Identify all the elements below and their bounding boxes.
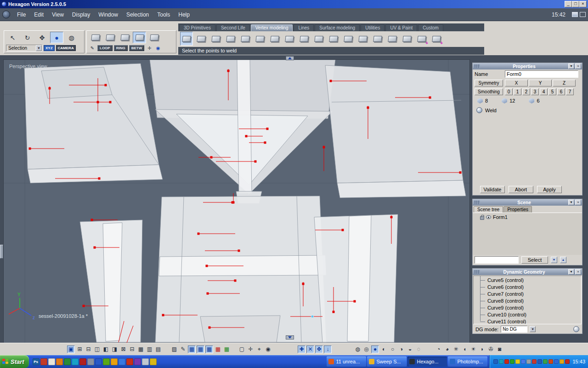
layout-three-right[interactable]: ◨ (111, 345, 119, 353)
smoothing-level-button[interactable]: 3 (531, 88, 539, 95)
extract-around-tool[interactable] (268, 32, 281, 46)
layout-three-left[interactable]: ◧ (102, 345, 110, 353)
layout-two-vertical[interactable]: ◫ (93, 345, 101, 353)
name-input[interactable] (505, 70, 578, 78)
target-weld-tool[interactable] (209, 32, 222, 46)
ribbon-tab[interactable]: Surface modeling (315, 24, 360, 31)
select-loop-mode[interactable] (147, 32, 161, 43)
dg-curve-item[interactable]: Curve10 (control) (474, 311, 581, 318)
menu-item[interactable]: Selection (122, 10, 153, 19)
drop-selection-icon[interactable]: ↓ (324, 345, 332, 353)
dg-curve-item[interactable]: Curve5 (control) (474, 277, 581, 284)
ribbon-tab[interactable]: UV & Paint (385, 24, 417, 31)
symmetry-button[interactable]: Symmetry (475, 80, 503, 86)
layout-two-horizontal[interactable]: ⊟ (85, 345, 92, 353)
marquee-select-icon[interactable]: ▢ (238, 345, 246, 353)
select-up-icon[interactable]: ▲ (560, 257, 566, 263)
symmetry-axis-button[interactable]: X (505, 80, 528, 86)
smoothing-level-button[interactable]: 2 (522, 88, 530, 95)
weld-indicator[interactable]: Weld (473, 105, 582, 115)
shading-points-icon[interactable]: ◌ (415, 345, 423, 353)
scene-select-button[interactable]: Select (521, 256, 548, 264)
camera-icon[interactable]: ✇ (487, 345, 495, 353)
shading-ghost-icon[interactable]: ◑ (397, 345, 405, 353)
tray-icon-2[interactable] (499, 359, 503, 364)
snap-point-icon[interactable]: ✛ (247, 345, 254, 353)
selection-mode-dropdown[interactable]: Selection ▼ (6, 45, 42, 52)
wireframe-overlay-icon[interactable]: ◗ (478, 345, 486, 353)
grow-selection-icon[interactable]: ✛ (146, 45, 153, 51)
select-points-mode[interactable] (89, 32, 102, 43)
layout-columns[interactable]: ▥ (146, 345, 153, 353)
paint-brush-icon[interactable]: ✎ (179, 345, 187, 353)
between-button[interactable]: BETW (129, 45, 145, 51)
tray-icon-8[interactable] (532, 359, 537, 364)
ribbon-tab[interactable]: Utilities (361, 24, 384, 31)
bridge-tool[interactable] (327, 32, 340, 46)
smoothing-level-button[interactable]: 5 (548, 88, 556, 95)
zoom-tool-icon[interactable]: ⌖ (255, 345, 263, 353)
workspace-minimize-icon[interactable] (572, 12, 578, 17)
extract-along-tool[interactable] (283, 32, 296, 46)
add-points-tool[interactable]: + (415, 32, 428, 46)
rotate-camera-tool[interactable]: ↻ (21, 32, 34, 43)
symmetry-tool[interactable] (401, 32, 413, 46)
smooth-preview-icon[interactable]: ◔ (435, 345, 442, 353)
panel-close-icon[interactable]: × (575, 63, 581, 69)
tray-icon-12[interactable] (554, 359, 559, 364)
quicklaunch-icon-9[interactable] (95, 358, 102, 365)
ghost-mode-tool[interactable]: ◍ (65, 32, 78, 43)
scene-tab[interactable]: Properties (503, 206, 532, 213)
panel-menu-icon[interactable]: ▼ (568, 200, 574, 205)
quicklaunch-icon-4[interactable] (56, 358, 63, 365)
soft-selection-tool[interactable]: ● (50, 32, 63, 43)
taskbar-window-button[interactable]: Hexago... (407, 356, 447, 367)
ring-button[interactable]: RING (114, 45, 128, 51)
symmetry-axis-button[interactable]: Y (529, 80, 552, 86)
quicklaunch-photoshop[interactable]: Ps (33, 358, 40, 365)
pan-camera-tool[interactable]: ✥ (35, 32, 49, 43)
subd-preview-icon[interactable]: ◕ (443, 345, 451, 353)
ribbon-tab[interactable]: Custom (418, 24, 443, 31)
select-faces-mode[interactable] (118, 32, 131, 43)
select-object-mode[interactable] (133, 32, 146, 43)
smoothing-level-button[interactable]: 0 (505, 88, 513, 95)
visibility-eye-icon[interactable] (486, 215, 491, 219)
tray-icon-6[interactable] (521, 359, 526, 364)
shading-textured-icon[interactable]: ○ (389, 345, 396, 353)
taskbar-window-button[interactable]: Sweep S... (367, 356, 407, 367)
menu-item[interactable]: View (48, 10, 68, 19)
quicklaunch-icon-15[interactable] (142, 358, 149, 365)
panel-action-button[interactable]: Apply (537, 186, 562, 193)
add-selection-icon[interactable]: ✚ (298, 345, 305, 353)
shading-smooth-icon[interactable]: ◐ (380, 345, 388, 353)
quicklaunch-icon-8[interactable] (87, 358, 94, 365)
smoothing-level-button[interactable]: 6 (557, 88, 565, 95)
smoothing-button[interactable]: Smoothing (475, 88, 503, 95)
tray-icon-11[interactable] (548, 359, 553, 364)
menu-item[interactable]: Display (68, 10, 94, 19)
dg-mode-dropdown-icon[interactable]: ▼ (530, 326, 536, 332)
visible-only-icon[interactable]: ◉ (154, 45, 162, 51)
tray-icon-7[interactable] (526, 359, 531, 364)
scene-panel-header[interactable]: Scene ▼ × (473, 199, 582, 206)
snapshot-icon[interactable]: ◙ (496, 345, 503, 353)
cut-selection-icon[interactable]: ✕ (306, 345, 314, 353)
taskbar-window-button[interactable]: 11 unrea... (327, 356, 366, 367)
panel-close-icon[interactable]: × (575, 269, 581, 275)
weld-points-tool[interactable] (180, 32, 193, 46)
panel-splitter-handle[interactable] (0, 245, 3, 259)
tray-icon-3[interactable] (504, 359, 509, 364)
thickness-tool[interactable] (386, 32, 399, 46)
perspective-viewport[interactable]: Y z Perspective view sessel-20091028-1a … (4, 60, 469, 343)
quicklaunch-icon-13[interactable] (126, 358, 133, 365)
tray-icon-14[interactable] (565, 359, 570, 364)
taskbar-window-button[interactable]: PhotoImp... (448, 356, 487, 367)
panel-action-button[interactable]: Validate (480, 186, 505, 193)
loop-button[interactable]: LOOP (97, 45, 113, 51)
shading-xray-icon[interactable]: ◒ (406, 345, 414, 353)
menu-item[interactable]: Tools (153, 10, 174, 19)
remove-points-tool[interactable]: + (430, 32, 443, 46)
quicklaunch-icon-7[interactable] (79, 358, 86, 365)
layout-single-view[interactable]: ▣ (67, 345, 75, 353)
